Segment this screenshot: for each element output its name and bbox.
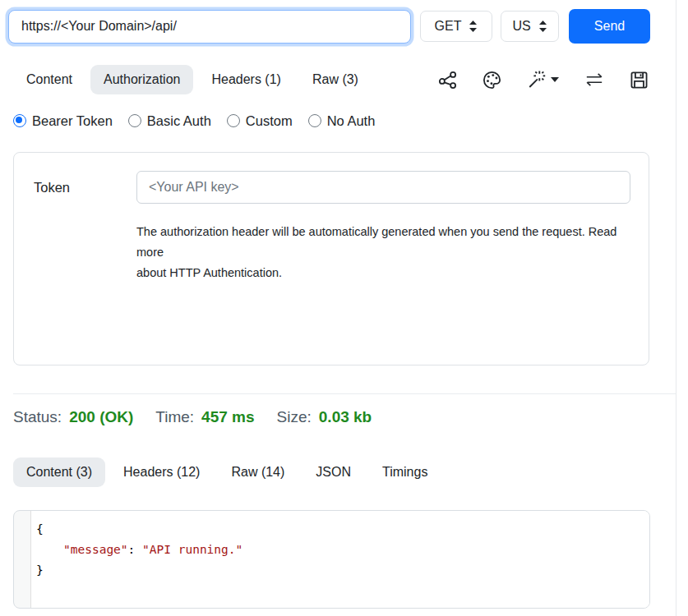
caret-down-icon (551, 77, 559, 82)
time-label: Time: (155, 408, 194, 426)
send-button[interactable]: Send (569, 9, 650, 44)
radio-basic-auth[interactable]: Basic Auth (128, 113, 211, 129)
region-select-value: US (512, 19, 530, 34)
save-icon[interactable] (630, 71, 649, 90)
palette-icon[interactable] (483, 71, 501, 90)
swap-arrows-icon[interactable] (584, 71, 604, 88)
token-help-line1: The authorization header will be automat… (136, 222, 630, 263)
tab-raw[interactable]: Raw (3) (299, 65, 372, 94)
share-icon[interactable] (438, 71, 457, 90)
method-select[interactable]: GET (420, 11, 492, 42)
code-line-2: "message": "API running." (36, 540, 649, 560)
url-input[interactable] (8, 10, 411, 44)
radio-label: No Auth (327, 113, 376, 129)
size-group: Size: 0.03 kb (277, 408, 372, 426)
response-status-row: Status: 200 (OK) Time: 457 ms Size: 0.03… (13, 408, 688, 426)
status-label: Status: (13, 408, 62, 426)
request-tabs-row: Content Authorization Headers (1) Raw (3… (13, 63, 688, 96)
json-key: "message" (63, 543, 128, 556)
token-panel: Token The authorization header will be a… (13, 152, 649, 365)
radio-label: Bearer Token (32, 113, 113, 129)
tab-headers[interactable]: Headers (1) (198, 65, 293, 94)
method-select-value: GET (435, 19, 462, 34)
tab-content[interactable]: Content (13, 65, 85, 94)
code-line-1: { (36, 519, 649, 540)
tab-response-timings[interactable]: Timings (369, 457, 441, 487)
auth-options: Bearer Token Basic Auth Custom No Auth (13, 111, 688, 131)
radio-no-auth[interactable]: No Auth (308, 113, 376, 129)
token-label: Token (34, 180, 136, 195)
code-line-3: } (36, 560, 649, 581)
radio-unselected-icon (227, 114, 240, 127)
token-help-text: The authorization header will be automat… (136, 222, 630, 283)
token-help-line2: about HTTP Authentication. (136, 263, 630, 283)
tab-response-json[interactable]: JSON (302, 457, 364, 487)
panel-divider (676, 0, 676, 616)
tab-response-headers[interactable]: Headers (12) (110, 457, 213, 487)
magic-wand-icon[interactable] (527, 70, 559, 90)
radio-label: Basic Auth (147, 113, 211, 129)
status-group: Status: 200 (OK) (13, 408, 133, 426)
select-updown-icon (538, 21, 547, 32)
section-divider (13, 393, 676, 394)
region-select[interactable]: US (501, 11, 559, 42)
radio-bearer-token[interactable]: Bearer Token (13, 113, 113, 129)
tab-response-raw[interactable]: Raw (14) (218, 457, 298, 487)
toolbar-icons (438, 70, 649, 90)
time-group: Time: 457 ms (155, 408, 254, 426)
radio-custom[interactable]: Custom (227, 113, 293, 129)
status-value: 200 (OK) (69, 408, 133, 426)
tab-response-content[interactable]: Content (3) (13, 457, 105, 487)
radio-selected-icon (13, 114, 26, 127)
json-value: "API running." (142, 543, 242, 556)
response-body-card: { "message": "API running." } (13, 510, 650, 609)
time-value: 457 ms (201, 408, 254, 426)
size-value: 0.03 kb (319, 408, 372, 426)
radio-unselected-icon (128, 114, 141, 127)
radio-label: Custom (246, 113, 293, 129)
select-updown-icon (469, 21, 478, 32)
size-label: Size: (277, 408, 312, 426)
response-tabs-row: Content (3) Headers (12) Raw (14) JSON T… (13, 456, 688, 489)
tab-authorization[interactable]: Authorization (90, 65, 193, 94)
response-json-code[interactable]: { "message": "API running." } (30, 511, 649, 608)
token-input[interactable] (136, 171, 630, 204)
radio-unselected-icon (308, 114, 321, 127)
request-bar: GET US Send (8, 9, 688, 44)
